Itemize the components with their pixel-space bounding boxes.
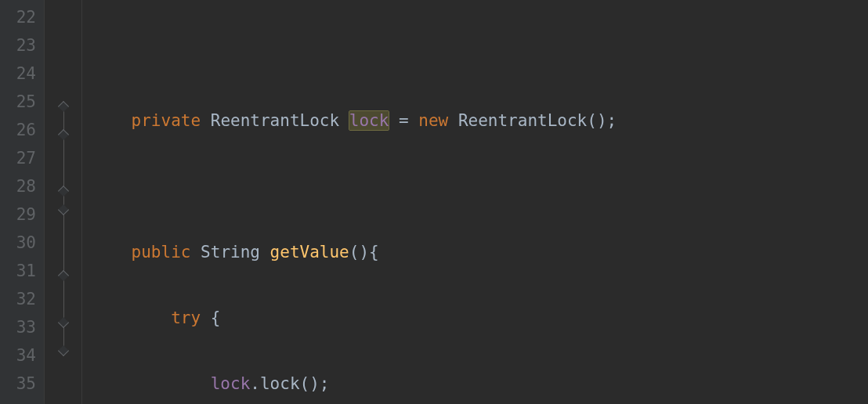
line-number: 32 — [0, 285, 44, 313]
field-lock: lock — [211, 374, 251, 393]
type-name: ReentrantLock — [211, 111, 339, 130]
line-number: 31 — [0, 257, 44, 285]
fold-open-icon[interactable] — [57, 186, 68, 197]
keyword-public: public — [132, 243, 191, 262]
fold-open-icon[interactable] — [57, 270, 68, 281]
line-number: 26 — [0, 116, 44, 144]
code-line: public String getValue(){ — [92, 238, 868, 266]
fold-close-icon[interactable] — [57, 204, 68, 215]
keyword-try: try — [171, 308, 201, 327]
code-editor[interactable]: private ReentrantLock lock = new Reentra… — [82, 0, 868, 404]
code-line: private ReentrantLock lock = new Reentra… — [92, 106, 868, 135]
line-number: 27 — [0, 144, 44, 172]
field-lock: lock — [349, 111, 389, 130]
line-number: 29 — [0, 200, 44, 229]
code-line: lock.lock(); — [92, 370, 868, 398]
keyword-new: new — [418, 111, 448, 130]
line-number: 35 — [0, 370, 44, 398]
line-number: 33 — [0, 313, 44, 341]
line-number: 34 — [0, 341, 44, 370]
line-number: 28 — [0, 172, 44, 200]
code-line — [92, 41, 868, 69]
code-line — [92, 172, 868, 200]
method-declaration: getValue — [270, 243, 349, 262]
line-number-gutter: 22 23 24 25 26 27 28 29 30 31 32 33 34 3… — [0, 0, 44, 404]
line-number: 23 — [0, 31, 44, 60]
fold-close-icon[interactable] — [57, 345, 68, 356]
fold-close-icon[interactable] — [57, 317, 68, 328]
fold-gutter — [44, 0, 82, 404]
line-number: 25 — [0, 88, 44, 116]
fold-open-icon[interactable] — [57, 101, 68, 112]
method-call-lock: lock — [260, 374, 300, 393]
code-line: try { — [92, 304, 868, 332]
fold-open-icon[interactable] — [57, 129, 68, 140]
line-number: 30 — [0, 229, 44, 257]
type-name: String — [201, 243, 260, 262]
keyword-private: private — [132, 111, 201, 130]
line-number: 22 — [0, 3, 44, 31]
line-number: 24 — [0, 60, 44, 88]
constructor-call: ReentrantLock — [458, 111, 587, 130]
